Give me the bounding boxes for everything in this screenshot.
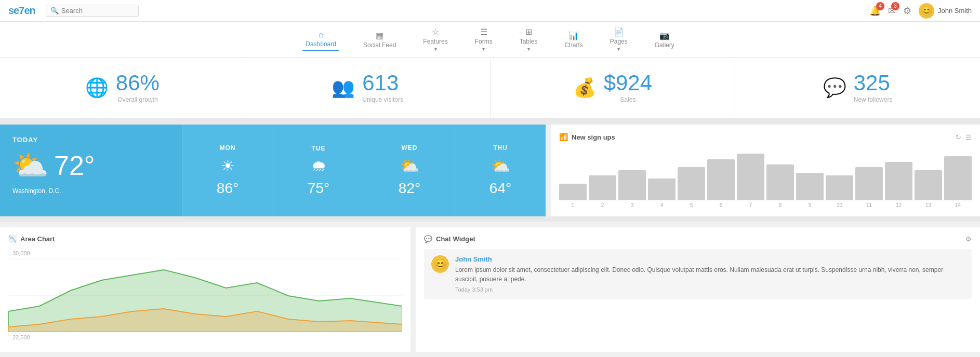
weather-city: Washington, D.C. — [12, 187, 61, 195]
nav-item-social-feed[interactable]: ▦ Social Feed — [360, 29, 399, 51]
bar-label-item: 8 — [766, 202, 794, 208]
bar-label-item: 11 — [855, 202, 883, 208]
money-icon: 💰 — [573, 77, 597, 99]
nav-label-gallery: Gallery — [655, 42, 674, 49]
weather-day-thu: THU ⛅ 64° — [455, 125, 546, 216]
nav-label-dashboard: Dashboard — [306, 40, 336, 48]
nav-label-features: Features — [423, 38, 447, 45]
star-icon: ☆ — [432, 27, 439, 37]
bar-item — [915, 170, 942, 200]
bar-item — [678, 167, 705, 200]
messages-button[interactable]: ✉ 3 — [888, 5, 896, 17]
bar-chart-icon: 📶 — [559, 133, 568, 141]
bar-label-item: 2 — [589, 202, 616, 208]
stat-label-sales: Sales — [604, 96, 652, 103]
stat-text-growth: 86% Overall growth — [116, 72, 160, 103]
form-icon: ☰ — [480, 27, 487, 37]
bar-label-item: 3 — [618, 202, 646, 208]
weather-icon-tue: 🌧 — [311, 157, 326, 175]
y-label-2: 22,500 — [12, 334, 402, 340]
top-right: 🔔 4 ✉ 3 ⚙ 😊 John Smith — [869, 3, 972, 19]
menu-icon[interactable]: ☰ — [965, 133, 972, 141]
messages-badge: 3 — [891, 2, 899, 10]
bar-chart — [559, 148, 972, 200]
weather-today: TODAY ⛅ 72° Washington, D.C. — [0, 125, 182, 216]
nav-item-tables[interactable]: ⊞ Tables — [517, 25, 541, 54]
nav-item-charts[interactable]: 📊 Charts — [561, 29, 586, 51]
social-icon: ▦ — [376, 31, 383, 40]
chat-sender-name: John Smith — [455, 255, 964, 263]
settings-icon[interactable]: ⚙ — [903, 5, 911, 17]
area-chart-icon: 📉 — [8, 235, 17, 243]
bar-labels: 1234567891011121314 — [559, 202, 972, 208]
weather-today-label: TODAY — [12, 136, 38, 144]
nav-label-tables: Tables — [520, 38, 538, 45]
nav-item-pages[interactable]: 📄 Pages — [607, 25, 631, 54]
nav-label-pages: Pages — [610, 38, 628, 45]
area-chart-panel: 📉 Area Chart 30,000 22,500 — [0, 227, 410, 352]
weather-icon-thu: ⛅ — [491, 157, 510, 175]
nav-item-features[interactable]: ☆ Features — [420, 25, 451, 54]
cloud-icon: ⛅ — [12, 151, 49, 180]
signups-title: 📶 New sign ups — [559, 133, 615, 141]
chat-content: John Smith Lorem ipsum dolor sit amet, c… — [455, 255, 964, 293]
bar-item — [944, 156, 972, 200]
user-menu[interactable]: 😊 John Smith — [919, 3, 972, 19]
stat-text-followers: 325 New followers — [854, 72, 893, 103]
bar-item — [707, 159, 735, 200]
weather-icon-wed: ⛅ — [400, 157, 419, 175]
avatar: 😊 — [919, 3, 934, 19]
bar-item — [737, 154, 764, 200]
stat-value-growth: 86% — [116, 72, 160, 94]
search-box[interactable]: 🔍 — [46, 5, 139, 17]
nav-item-gallery[interactable]: 📷 Gallery — [652, 29, 678, 51]
stats-row: 🌐 86% Overall growth 👥 613 Unique visito… — [0, 58, 980, 119]
bar-label-item: 9 — [796, 202, 824, 208]
nav-item-forms[interactable]: ☰ Forms — [472, 25, 496, 54]
notifications-button[interactable]: 🔔 4 — [869, 5, 881, 17]
bar-item — [826, 175, 853, 200]
stat-label-growth: Overall growth — [116, 96, 160, 103]
table-icon: ⊞ — [525, 27, 532, 37]
stat-label-visitors: Unique visitors — [362, 96, 403, 103]
weather-day-label-mon: MON — [220, 144, 236, 152]
bar-item — [885, 162, 912, 200]
signups-actions[interactable]: ↻ ☰ — [956, 133, 972, 141]
weather-temp-mon: 86° — [217, 180, 239, 197]
bar-item — [648, 178, 676, 200]
bar-label-item: 1 — [559, 202, 587, 208]
weather-day-label-tue: TUE — [312, 145, 326, 152]
stat-card-sales: 💰 $924 Sales — [491, 58, 736, 118]
main-nav: ⌂ Dashboard ▦ Social Feed ☆ Features ☰ F… — [0, 22, 980, 58]
stat-card-visitors: 👥 613 Unique visitors — [245, 58, 491, 118]
y-label-1: 30,000 — [12, 250, 402, 256]
weather-temp-tue: 75° — [308, 180, 329, 197]
weather-today-main: ⛅ 72° — [12, 150, 95, 181]
chat-icon: 💬 — [823, 77, 846, 99]
chat-panel: 💬 Chat Widget ⚙ 😊 John Smith Lorem ipsum… — [416, 227, 980, 352]
weather-icon-mon: ☀ — [221, 157, 235, 175]
bar-item — [766, 164, 794, 200]
weather-temp-thu: 64° — [489, 180, 511, 197]
chat-settings-icon[interactable]: ⚙ — [965, 235, 972, 243]
nav-label-forms: Forms — [475, 38, 493, 45]
area-chart-svg-container — [8, 259, 402, 332]
bar-label-item: 7 — [737, 202, 764, 208]
bar-item — [589, 175, 616, 200]
search-input[interactable] — [61, 7, 134, 15]
refresh-icon[interactable]: ↻ — [956, 133, 961, 141]
bar-label-item: 6 — [707, 202, 735, 208]
chat-message: 😊 John Smith Lorem ipsum dolor sit amet,… — [424, 249, 972, 299]
username-label: John Smith — [938, 7, 972, 15]
weather-day-label-thu: THU — [493, 144, 508, 152]
weather-temp-wed: 82° — [399, 180, 420, 197]
bar-label-item: 13 — [915, 202, 942, 208]
logo: se7en — [8, 5, 35, 17]
mid-section: TODAY ⛅ 72° Washington, D.C. MON ☀ 86° T… — [0, 125, 980, 216]
pages-icon: 📄 — [614, 27, 624, 37]
bar-item — [618, 170, 646, 200]
top-bar: se7en 🔍 🔔 4 ✉ 3 ⚙ 😊 John Smith — [0, 0, 980, 22]
signups-panel: 📶 New sign ups ↻ ☰ 1234567891011121314 — [551, 125, 980, 216]
nav-item-dashboard[interactable]: ⌂ Dashboard — [302, 28, 339, 51]
weather-day-mon: MON ☀ 86° — [182, 125, 273, 216]
